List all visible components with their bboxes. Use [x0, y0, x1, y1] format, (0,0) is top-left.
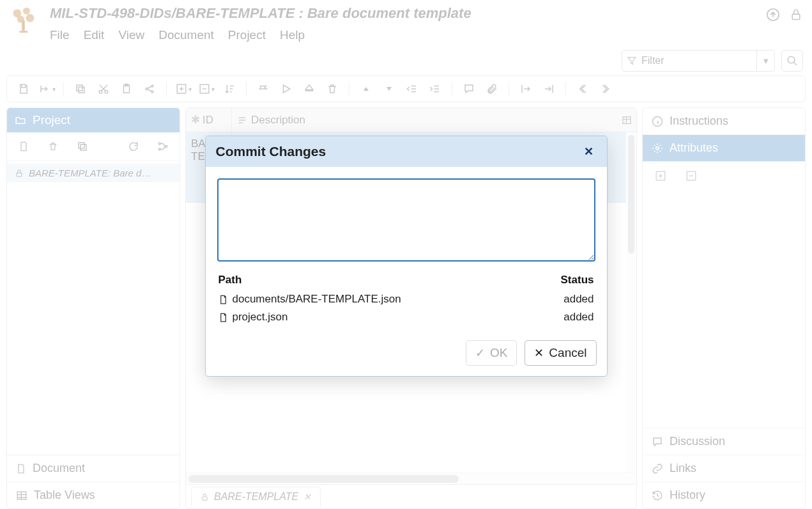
file-status: added — [563, 293, 594, 306]
file-icon — [218, 312, 233, 323]
dialog-close-icon[interactable]: ✕ — [581, 144, 597, 159]
file-status: added — [563, 311, 594, 324]
file-row: documents/BARE-TEMPLATE.json added — [217, 290, 595, 308]
x-icon: ✕ — [534, 346, 544, 360]
cancel-button[interactable]: ✕ Cancel — [525, 340, 596, 366]
commit-changes-dialog: Commit Changes ✕ Path Status documents/B… — [205, 136, 608, 377]
file-row: project.json added — [217, 308, 595, 326]
file-path: project.json — [233, 311, 564, 324]
commit-message-input[interactable] — [217, 178, 595, 262]
check-icon: ✓ — [475, 346, 485, 360]
dialog-title: Commit Changes — [216, 144, 326, 159]
file-icon — [218, 294, 233, 305]
status-column-header: Status — [561, 274, 594, 286]
file-path: documents/BARE-TEMPLATE.json — [233, 293, 564, 306]
ok-button[interactable]: ✓ OK — [466, 340, 517, 366]
path-column-header: Path — [218, 274, 561, 286]
